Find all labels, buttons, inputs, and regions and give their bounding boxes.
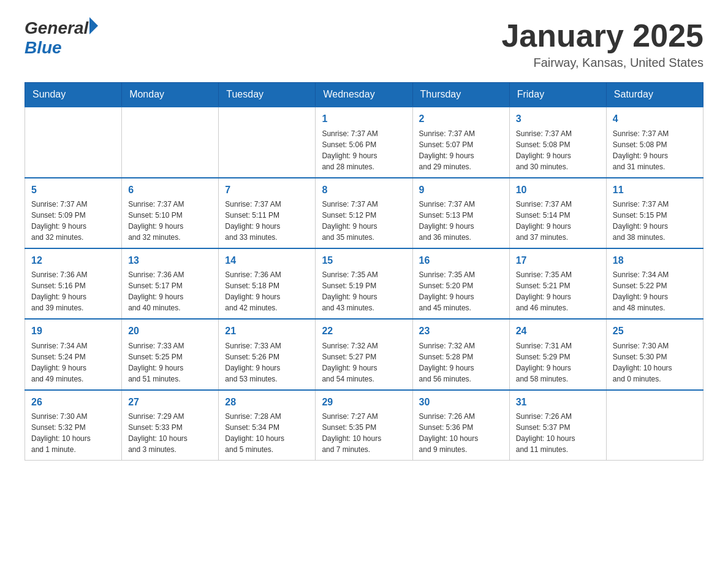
day-info: Sunrise: 7:36 AMSunset: 5:17 PMDaylight:…: [128, 269, 212, 313]
day-number: 24: [516, 324, 600, 338]
calendar-day-cell: [219, 107, 316, 177]
calendar-day-cell: 12Sunrise: 7:36 AMSunset: 5:16 PMDayligh…: [25, 248, 122, 319]
day-number: 8: [322, 183, 406, 197]
calendar-day-cell: 14Sunrise: 7:36 AMSunset: 5:18 PMDayligh…: [219, 248, 316, 319]
day-number: 22: [322, 324, 406, 338]
day-info: Sunrise: 7:37 AMSunset: 5:14 PMDaylight:…: [516, 199, 600, 243]
day-number: 11: [613, 183, 697, 197]
day-info: Sunrise: 7:37 AMSunset: 5:12 PMDaylight:…: [322, 199, 406, 243]
day-number: 19: [31, 324, 115, 338]
calendar-day-header: Monday: [122, 83, 219, 107]
calendar-day-cell: 16Sunrise: 7:35 AMSunset: 5:20 PMDayligh…: [412, 248, 509, 319]
day-number: 1: [322, 112, 406, 126]
day-info: Sunrise: 7:37 AMSunset: 5:09 PMDaylight:…: [31, 199, 115, 243]
calendar-week-row: 12Sunrise: 7:36 AMSunset: 5:16 PMDayligh…: [25, 248, 703, 319]
day-info: Sunrise: 7:37 AMSunset: 5:07 PMDaylight:…: [419, 128, 503, 172]
day-number: 2: [419, 112, 503, 126]
day-number: 3: [516, 112, 600, 126]
calendar-day-cell: 15Sunrise: 7:35 AMSunset: 5:19 PMDayligh…: [316, 248, 412, 319]
day-info: Sunrise: 7:33 AMSunset: 5:25 PMDaylight:…: [128, 340, 212, 385]
day-number: 16: [419, 254, 503, 267]
day-info: Sunrise: 7:26 AMSunset: 5:37 PMDaylight:…: [516, 411, 600, 455]
calendar-day-cell: 4Sunrise: 7:37 AMSunset: 5:08 PMDaylight…: [606, 107, 703, 177]
calendar-week-row: 1Sunrise: 7:37 AMSunset: 5:06 PMDaylight…: [25, 107, 703, 177]
day-number: 28: [225, 396, 309, 409]
day-number: 9: [419, 183, 503, 197]
page-header: General Blue January 2025 Fairway, Kansa…: [25, 18, 703, 70]
calendar-day-cell: 30Sunrise: 7:26 AMSunset: 5:36 PMDayligh…: [412, 390, 509, 461]
calendar-day-cell: 8Sunrise: 7:37 AMSunset: 5:12 PMDaylight…: [316, 178, 412, 248]
day-info: Sunrise: 7:37 AMSunset: 5:15 PMDaylight:…: [613, 199, 697, 243]
calendar-day-cell: 2Sunrise: 7:37 AMSunset: 5:07 PMDaylight…: [412, 107, 509, 177]
calendar-day-cell: 5Sunrise: 7:37 AMSunset: 5:09 PMDaylight…: [25, 178, 122, 248]
calendar-day-cell: 9Sunrise: 7:37 AMSunset: 5:13 PMDaylight…: [412, 178, 509, 248]
day-number: 23: [419, 324, 503, 338]
day-info: Sunrise: 7:37 AMSunset: 5:13 PMDaylight:…: [419, 199, 503, 243]
calendar-day-cell: 7Sunrise: 7:37 AMSunset: 5:11 PMDaylight…: [219, 178, 316, 248]
day-info: Sunrise: 7:37 AMSunset: 5:06 PMDaylight:…: [322, 128, 406, 172]
calendar-week-row: 19Sunrise: 7:34 AMSunset: 5:24 PMDayligh…: [25, 319, 703, 389]
day-info: Sunrise: 7:37 AMSunset: 5:11 PMDaylight:…: [225, 199, 309, 243]
calendar-day-cell: 31Sunrise: 7:26 AMSunset: 5:37 PMDayligh…: [509, 390, 606, 461]
calendar-day-cell: [25, 107, 122, 177]
day-number: 15: [322, 254, 406, 267]
calendar-day-cell: 26Sunrise: 7:30 AMSunset: 5:32 PMDayligh…: [25, 390, 122, 461]
day-number: 29: [322, 396, 406, 409]
day-info: Sunrise: 7:34 AMSunset: 5:22 PMDaylight:…: [613, 269, 697, 313]
calendar-day-cell: 20Sunrise: 7:33 AMSunset: 5:25 PMDayligh…: [122, 319, 219, 389]
calendar-day-cell: 17Sunrise: 7:35 AMSunset: 5:21 PMDayligh…: [509, 248, 606, 319]
day-info: Sunrise: 7:35 AMSunset: 5:20 PMDaylight:…: [419, 269, 503, 313]
calendar-day-cell: [606, 390, 703, 461]
calendar-header-row: SundayMondayTuesdayWednesdayThursdayFrid…: [25, 83, 703, 107]
day-number: 7: [225, 183, 309, 197]
day-number: 6: [128, 183, 212, 197]
calendar-table: SundayMondayTuesdayWednesdayThursdayFrid…: [25, 82, 703, 461]
day-number: 18: [613, 254, 697, 267]
calendar-day-cell: 22Sunrise: 7:32 AMSunset: 5:27 PMDayligh…: [316, 319, 412, 389]
day-number: 31: [516, 396, 600, 409]
calendar-day-cell: 19Sunrise: 7:34 AMSunset: 5:24 PMDayligh…: [25, 319, 122, 389]
logo: General Blue: [25, 18, 98, 58]
calendar-day-header: Saturday: [606, 83, 703, 107]
calendar-day-cell: 27Sunrise: 7:29 AMSunset: 5:33 PMDayligh…: [122, 390, 219, 461]
calendar-day-cell: 25Sunrise: 7:30 AMSunset: 5:30 PMDayligh…: [606, 319, 703, 389]
day-info: Sunrise: 7:35 AMSunset: 5:19 PMDaylight:…: [322, 269, 406, 313]
day-info: Sunrise: 7:34 AMSunset: 5:24 PMDaylight:…: [31, 340, 115, 385]
day-info: Sunrise: 7:30 AMSunset: 5:30 PMDaylight:…: [613, 340, 697, 385]
calendar-day-cell: 11Sunrise: 7:37 AMSunset: 5:15 PMDayligh…: [606, 178, 703, 248]
calendar-day-cell: 6Sunrise: 7:37 AMSunset: 5:10 PMDaylight…: [122, 178, 219, 248]
day-info: Sunrise: 7:26 AMSunset: 5:36 PMDaylight:…: [419, 411, 503, 455]
calendar-day-cell: 21Sunrise: 7:33 AMSunset: 5:26 PMDayligh…: [219, 319, 316, 389]
day-number: 14: [225, 254, 309, 267]
calendar-day-header: Sunday: [25, 83, 122, 107]
logo-arrow-icon: [89, 17, 98, 34]
day-number: 21: [225, 324, 309, 338]
day-number: 10: [516, 183, 600, 197]
logo-general-text: General: [25, 18, 88, 38]
month-title: January 2025: [501, 18, 703, 53]
day-info: Sunrise: 7:31 AMSunset: 5:29 PMDaylight:…: [516, 340, 600, 385]
day-number: 5: [31, 183, 115, 197]
day-number: 20: [128, 324, 212, 338]
day-number: 26: [31, 396, 115, 409]
day-info: Sunrise: 7:36 AMSunset: 5:16 PMDaylight:…: [31, 269, 115, 313]
calendar-day-cell: 29Sunrise: 7:27 AMSunset: 5:35 PMDayligh…: [316, 390, 412, 461]
day-info: Sunrise: 7:33 AMSunset: 5:26 PMDaylight:…: [225, 340, 309, 385]
day-info: Sunrise: 7:37 AMSunset: 5:10 PMDaylight:…: [128, 199, 212, 243]
day-info: Sunrise: 7:37 AMSunset: 5:08 PMDaylight:…: [516, 128, 600, 172]
calendar-day-header: Friday: [509, 83, 606, 107]
calendar-day-cell: [122, 107, 219, 177]
day-number: 30: [419, 396, 503, 409]
calendar-day-cell: 10Sunrise: 7:37 AMSunset: 5:14 PMDayligh…: [509, 178, 606, 248]
day-info: Sunrise: 7:32 AMSunset: 5:27 PMDaylight:…: [322, 340, 406, 385]
location-text: Fairway, Kansas, United States: [501, 56, 703, 70]
calendar-day-header: Tuesday: [219, 83, 316, 107]
day-info: Sunrise: 7:37 AMSunset: 5:08 PMDaylight:…: [613, 128, 697, 172]
day-info: Sunrise: 7:28 AMSunset: 5:34 PMDaylight:…: [225, 411, 309, 455]
day-number: 12: [31, 254, 115, 267]
day-number: 25: [613, 324, 697, 338]
day-info: Sunrise: 7:36 AMSunset: 5:18 PMDaylight:…: [225, 269, 309, 313]
day-info: Sunrise: 7:35 AMSunset: 5:21 PMDaylight:…: [516, 269, 600, 313]
logo-blue-text: Blue: [25, 38, 62, 58]
calendar-week-row: 26Sunrise: 7:30 AMSunset: 5:32 PMDayligh…: [25, 390, 703, 461]
